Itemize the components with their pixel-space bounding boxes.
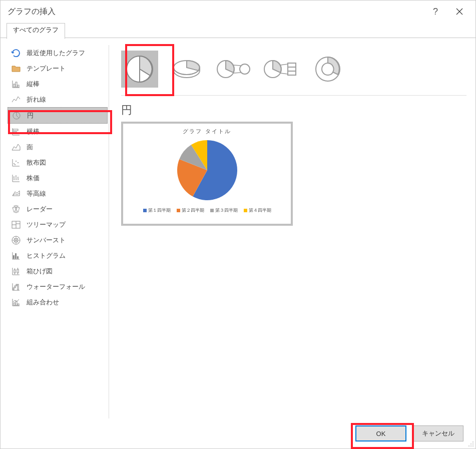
chart-legend: 第１四半期第２四半期第３四半期第４四半期: [143, 207, 271, 214]
svg-point-37: [470, 445, 471, 446]
sidebar-item-recent[interactable]: 最近使用したグラフ: [8, 45, 108, 61]
sidebar-item-label: レーダー: [27, 205, 53, 214]
legend-item: 第４四半期: [244, 207, 271, 214]
sidebar-item-sunburst[interactable]: サンバースト: [8, 232, 108, 248]
sidebar-item-boxwhisker[interactable]: 箱ひげ図: [8, 263, 108, 279]
subtype-doughnut[interactable]: [309, 51, 346, 88]
sidebar-item-label: 箱ひげ図: [27, 267, 53, 276]
chart-category-sidebar: 最近使用したグラフ テンプレート 縦棒 折れ線 円 横棒: [8, 45, 109, 418]
sidebar-item-surface[interactable]: 等高線: [8, 186, 108, 201]
svg-point-36: [468, 445, 469, 446]
svg-rect-0: [14, 84, 15, 87]
resize-grip-icon[interactable]: [467, 440, 474, 447]
dialog-body: 最近使用したグラフ テンプレート 縦棒 折れ線 円 横棒: [1, 38, 475, 418]
boxwhisker-chart-icon: [11, 266, 22, 277]
svg-rect-5: [13, 132, 17, 133]
titlebar: グラフの挿入 ?: [1, 1, 475, 23]
sidebar-item-label: ツリーマップ: [27, 220, 66, 229]
sidebar-item-histogram[interactable]: ヒストグラム: [8, 248, 108, 263]
sidebar-item-label: 散布図: [27, 158, 46, 167]
svg-rect-15: [17, 256, 19, 259]
ok-button[interactable]: OK: [355, 425, 406, 441]
chart-detail-pane: 円 グラフ タイトル 第１四半期第２四半期第３四半期第４四半期: [121, 45, 466, 418]
legend-label: 第３四半期: [215, 207, 238, 214]
pie-chart-preview-svg: [172, 135, 242, 205]
stock-chart-icon: [11, 173, 22, 184]
legend-swatch: [210, 209, 214, 212]
bar-of-pie-icon: [263, 58, 299, 81]
svg-rect-1: [16, 82, 17, 87]
sidebar-item-label: ウォーターフォール: [27, 282, 85, 291]
svg-rect-18: [13, 288, 14, 290]
svg-point-34: [470, 443, 471, 444]
sidebar-item-stock[interactable]: 株価: [8, 170, 108, 186]
svg-rect-14: [15, 253, 17, 259]
close-button[interactable]: [447, 1, 471, 23]
sidebar-item-combo[interactable]: 組み合わせ: [8, 294, 108, 310]
cancel-button[interactable]: キャンセル: [412, 425, 463, 441]
doughnut-icon: [313, 55, 342, 84]
subtype-pie-3d[interactable]: [168, 51, 205, 88]
legend-swatch: [177, 209, 180, 212]
svg-rect-13: [13, 255, 15, 259]
sidebar-item-templates[interactable]: テンプレート: [8, 61, 108, 76]
combo-chart-icon: [11, 297, 22, 308]
histogram-chart-icon: [11, 250, 22, 261]
sidebar-item-area[interactable]: 面: [8, 139, 108, 155]
svg-rect-19: [15, 286, 16, 288]
dialog-footer: OK キャンセル: [1, 418, 475, 448]
svg-rect-16: [14, 270, 16, 273]
recent-icon: [11, 48, 22, 59]
sunburst-chart-icon: [11, 235, 22, 246]
subtype-bar-of-pie[interactable]: [262, 51, 299, 88]
tab-all-charts[interactable]: すべてのグラフ: [7, 23, 65, 39]
svg-rect-2: [18, 85, 19, 87]
dialog-title: グラフの挿入: [8, 7, 56, 17]
subtype-pie-of-pie[interactable]: [215, 51, 252, 88]
svg-point-28: [240, 64, 250, 74]
sidebar-item-label: サンバースト: [27, 236, 66, 245]
svg-point-7: [16, 161, 17, 162]
svg-rect-24: [18, 304, 19, 305]
legend-item: 第３四半期: [210, 207, 238, 214]
sidebar-item-label: 円: [27, 111, 34, 120]
svg-rect-17: [17, 269, 19, 273]
subtype-pie-2d[interactable]: [121, 51, 158, 88]
sidebar-item-line[interactable]: 折れ線: [8, 92, 108, 107]
svg-rect-23: [16, 301, 17, 305]
sidebar-item-treemap[interactable]: ツリーマップ: [8, 217, 108, 232]
sidebar-item-waterfall[interactable]: ウォーターフォール: [8, 279, 108, 294]
svg-point-8: [18, 162, 19, 163]
sidebar-item-radar[interactable]: レーダー: [8, 201, 108, 217]
sidebar-item-label: 縦棒: [27, 80, 40, 89]
svg-rect-21: [18, 284, 19, 290]
radar-chart-icon: [11, 204, 22, 215]
chart-preview-title: グラフ タイトル: [183, 128, 231, 135]
sidebar-item-bar[interactable]: 横棒: [8, 124, 108, 139]
sidebar-item-label: 組み合わせ: [27, 298, 59, 307]
sidebar-item-label: 最近使用したグラフ: [27, 49, 85, 58]
sidebar-item-label: 株価: [27, 174, 40, 183]
legend-item: 第２四半期: [177, 207, 204, 214]
pie-subtype-row: [121, 45, 466, 93]
legend-label: 第４四半期: [249, 207, 271, 214]
svg-point-6: [14, 163, 15, 164]
legend-swatch: [143, 209, 147, 212]
svg-point-9: [15, 164, 16, 165]
svg-rect-4: [13, 129, 18, 131]
svg-rect-22: [14, 303, 15, 305]
sidebar-item-label: 等高線: [27, 189, 46, 198]
bar-chart-icon: [11, 126, 22, 137]
sidebar-item-pie[interactable]: 円: [8, 107, 108, 124]
column-chart-icon: [11, 79, 22, 90]
help-button[interactable]: ?: [423, 1, 447, 23]
chart-preview[interactable]: グラフ タイトル 第１四半期第２四半期第３四半期第４四半期: [121, 122, 293, 226]
close-icon: [456, 8, 463, 15]
legend-item: 第１四半期: [143, 207, 171, 214]
scatter-chart-icon: [11, 157, 22, 168]
surface-chart-icon: [11, 188, 22, 199]
sidebar-item-scatter[interactable]: 散布図: [8, 155, 108, 170]
divider: [121, 95, 466, 96]
line-chart-icon: [11, 94, 22, 105]
sidebar-item-column[interactable]: 縦棒: [8, 76, 108, 92]
